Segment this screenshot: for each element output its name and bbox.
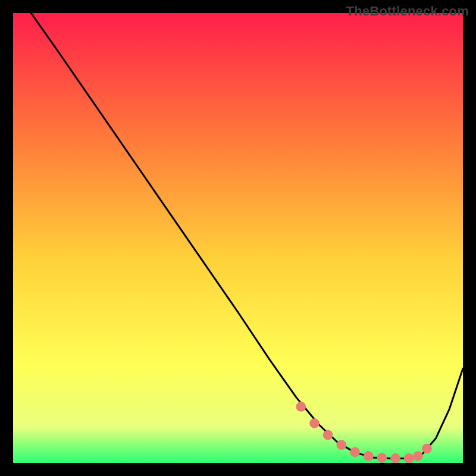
chart-frame: TheBottleneck.com [0,0,476,476]
plot-area [13,13,463,463]
bottleneck-curve-chart [13,13,463,463]
marker-dot [413,451,423,461]
marker-dot [422,443,432,453]
marker-dot [309,418,320,428]
marker-dot [390,453,400,463]
marker-dot [364,451,374,461]
watermark-text: TheBottleneck.com [346,4,469,19]
marker-dot [377,453,387,463]
marker-dot [337,440,347,450]
gradient-background [13,13,463,463]
marker-dot [296,402,306,412]
marker-dot [350,447,360,458]
marker-dot [404,453,414,463]
marker-dot [323,430,333,440]
